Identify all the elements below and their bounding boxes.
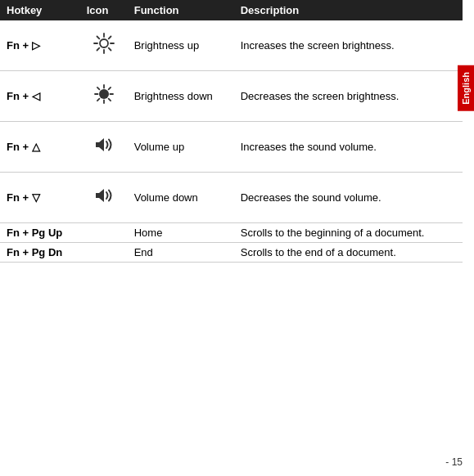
brightness-down-icon [93, 83, 115, 106]
table-row: Fn + Pg Up Home Scrolls to the beginning… [0, 223, 463, 243]
table-row: Fn + ◁ Brig [0, 71, 463, 122]
table-row: Fn + △ Volume up Increases the sound vol… [0, 122, 463, 173]
function-cell: End [128, 243, 234, 263]
volume-up-icon [93, 133, 115, 156]
icon-cell [80, 223, 128, 243]
description-cell: Scrolls to the end of a document. [234, 243, 463, 263]
svg-line-14 [97, 88, 100, 90]
svg-marker-19 [96, 189, 104, 202]
function-cell: Home [128, 223, 234, 243]
page-number: - 15 [445, 456, 463, 468]
english-tab: English [458, 65, 474, 111]
svg-line-8 [97, 48, 99, 51]
description-cell: Scrolls to the beginning of a document. [234, 223, 463, 243]
function-cell: Volume down [128, 173, 234, 223]
hotkey-table: Hotkey Icon Function Description Fn + ▷ [0, 0, 463, 263]
svg-line-15 [108, 99, 111, 101]
icon-cell [80, 20, 128, 71]
icon-cell [80, 243, 128, 263]
hotkey-cell: Fn + Pg Up [0, 223, 80, 243]
function-cell: Brightness up [128, 20, 234, 71]
hotkey-cell: Fn + ◁ [0, 71, 80, 122]
svg-marker-18 [96, 138, 104, 151]
col-header-hotkey: Hotkey [0, 0, 80, 20]
icon-cell [80, 173, 128, 223]
icon-cell [80, 71, 128, 122]
description-cell: Decreases the sound volume. [234, 173, 463, 223]
description-cell: Increases the sound volume. [234, 122, 463, 173]
col-header-description: Description [234, 0, 463, 20]
page-wrapper: English Hotkey Icon Function Description… [0, 0, 474, 476]
table-row: Fn + ▷ Brig [0, 20, 463, 71]
svg-line-16 [108, 88, 111, 90]
table-row: Fn + ▽ Volume down Decreases the sound v… [0, 173, 463, 223]
function-cell: Brightness down [128, 71, 234, 122]
volume-down-icon [93, 184, 115, 207]
table-row: Fn + Pg Dn End Scrolls to the end of a d… [0, 243, 463, 263]
col-header-icon: Icon [80, 0, 128, 20]
description-cell: Decreases the screen brightness. [234, 71, 463, 122]
icon-cell [80, 122, 128, 173]
function-cell: Volume up [128, 122, 234, 173]
svg-line-5 [97, 37, 99, 39]
description-cell: Increases the screen brightness. [234, 20, 463, 71]
hotkey-cell: Fn + △ [0, 122, 80, 173]
hotkey-cell: Fn + ▽ [0, 173, 80, 223]
svg-line-7 [108, 37, 111, 39]
svg-point-9 [99, 89, 109, 99]
brightness-up-icon [93, 32, 115, 55]
table-header-row: Hotkey Icon Function Description [0, 0, 463, 20]
hotkey-cell: Fn + Pg Dn [0, 243, 80, 263]
svg-line-17 [97, 99, 100, 101]
svg-point-0 [100, 39, 108, 47]
hotkey-cell: Fn + ▷ [0, 20, 80, 71]
col-header-function: Function [128, 0, 234, 20]
svg-line-6 [108, 48, 111, 51]
